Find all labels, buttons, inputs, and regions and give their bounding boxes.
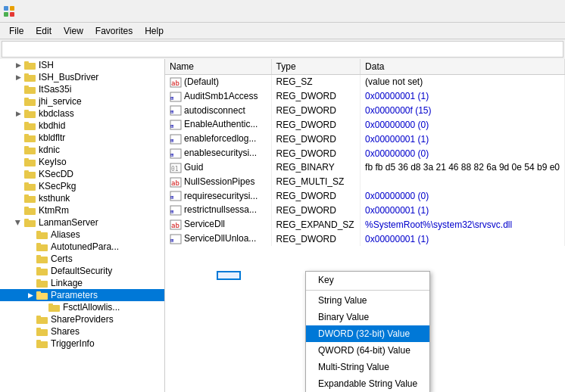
table-row[interactable]: abServiceDll REG_EXPAND_SZ %SystemRoot%\… xyxy=(165,217,565,232)
table-row[interactable]: ⊞ServiceDllUnloa... REG_DWORD 0x00000001… xyxy=(165,232,565,246)
cell-type: REG_SZ xyxy=(271,75,361,89)
tree-item-defaultsecurity[interactable]: DefaultSecurity xyxy=(0,265,164,277)
tree-item-linkage[interactable]: Linkage xyxy=(0,277,164,289)
svg-rect-9 xyxy=(24,86,29,89)
table-row[interactable]: abNullSessionPipes REG_MULTI_SZ xyxy=(165,175,565,189)
tree-item-ish[interactable]: ▶ ISH xyxy=(0,59,164,71)
col-name: Name xyxy=(165,59,271,75)
folder-icon xyxy=(24,72,36,82)
tree-item-triggerinfo[interactable]: TriggerInfo xyxy=(0,338,164,350)
tree-item-ksthunk[interactable]: ksthunk xyxy=(0,192,164,204)
maximize-button[interactable] xyxy=(492,4,526,19)
svg-rect-13 xyxy=(24,110,29,113)
tree-item-keyiso[interactable]: KeyIso xyxy=(0,156,164,168)
tree-label: TriggerInfo xyxy=(51,338,164,349)
svg-text:⊞: ⊞ xyxy=(170,194,173,201)
tree-label: KtmRm xyxy=(39,205,164,216)
tree-item-ksecdd[interactable]: KSecDD xyxy=(0,168,164,180)
folder-icon xyxy=(24,181,36,191)
cell-type: REG_DWORD xyxy=(271,232,361,246)
folder-icon xyxy=(24,157,36,167)
svg-text:⊞: ⊞ xyxy=(170,95,173,101)
svg-rect-43 xyxy=(36,291,41,294)
folder-icon xyxy=(24,120,36,131)
tree-item-ish-busdriver[interactable]: ▶ ISH_BusDriver xyxy=(0,71,164,83)
folder-icon xyxy=(24,193,36,204)
expand-arrow: ▶ xyxy=(24,291,36,299)
tree-item-certs[interactable]: Certs xyxy=(0,253,164,265)
menu-file[interactable]: File xyxy=(3,24,30,38)
expand-arrow: ▶ xyxy=(12,110,24,117)
app-icon xyxy=(3,5,15,17)
title-bar xyxy=(0,0,565,23)
submenu-multistring-value[interactable]: Multi-String Value xyxy=(306,359,429,375)
cell-name: ⊞restrictnullsessa... xyxy=(165,203,271,217)
tree-item-shareproviders[interactable]: ShareProviders xyxy=(0,313,164,325)
table-row[interactable]: ⊞restrictnullsessa... REG_DWORD 0x000000… xyxy=(165,203,565,217)
cell-type: REG_BINARY xyxy=(271,160,361,175)
cell-name: abServiceDll xyxy=(165,217,271,232)
tree-item-ktmrm[interactable]: KtmRm xyxy=(0,204,164,216)
tree-item-kbdclass[interactable]: ▶ kbdclass xyxy=(0,107,164,120)
tree-label: KSecPkg xyxy=(39,181,164,191)
svg-text:01: 01 xyxy=(171,166,179,173)
folder-icon xyxy=(36,314,48,325)
svg-rect-7 xyxy=(24,73,29,76)
cell-type: REG_DWORD xyxy=(271,132,361,146)
table-row[interactable]: 01Guid REG_BINARY fb fb d5 36 d8 3a 21 4… xyxy=(165,160,565,175)
table-row[interactable]: ⊞enablesecuritysi... REG_DWORD 0x0000000… xyxy=(165,146,565,160)
tree-item-kdnic[interactable]: kdnic xyxy=(0,144,164,156)
svg-rect-23 xyxy=(24,170,29,173)
submenu-key[interactable]: Key xyxy=(306,272,429,288)
menu-favorites[interactable]: Favorites xyxy=(89,24,139,38)
tree-item-parameters[interactable]: ▶ Parameters xyxy=(0,289,164,301)
submenu-string-value[interactable]: String Value xyxy=(306,292,429,309)
svg-text:⊞: ⊞ xyxy=(170,138,173,144)
tree-item-kbdhid[interactable]: kbdhid xyxy=(0,120,164,132)
tree-item-itsas35i[interactable]: ItSas35i xyxy=(0,83,164,95)
table-row[interactable]: ⊞EnableAuthentic... REG_DWORD 0x00000000… xyxy=(165,117,565,132)
submenu-dword-value[interactable]: DWORD (32-bit) Value xyxy=(306,325,429,342)
svg-rect-17 xyxy=(24,134,29,137)
tree-item-aliases[interactable]: Aliases xyxy=(0,229,164,241)
new-button[interactable] xyxy=(217,271,241,280)
menu-view[interactable]: View xyxy=(58,24,89,38)
table-row[interactable]: ⊞requiresecuritysi... REG_DWORD 0x000000… xyxy=(165,189,565,204)
svg-text:⊞: ⊞ xyxy=(170,109,173,115)
cell-data: 0x00000001 (1) xyxy=(361,203,565,217)
tree-item-lanmanserver[interactable]: ▶ LanmanServer xyxy=(0,216,164,229)
cell-type: REG_DWORD xyxy=(271,104,361,118)
submenu-binary-value[interactable]: Binary Value xyxy=(306,309,429,325)
table-row[interactable]: ⊞autodisconnect REG_DWORD 0x0000000f (15… xyxy=(165,104,565,118)
folder-icon xyxy=(36,266,48,276)
folder-icon xyxy=(24,108,36,119)
cell-data: 0x00000000 (0) xyxy=(361,117,565,132)
cell-name: ⊞enablesecuritysi... xyxy=(165,146,271,160)
main-content: ▶ ISH ▶ ISH_BusDriver ItSas35i jhi_servi… xyxy=(0,59,565,392)
right-panel: Name Type Data ab(Default) REG_SZ (value… xyxy=(165,59,565,392)
address-bar[interactable] xyxy=(2,41,563,58)
folder-icon xyxy=(24,205,36,216)
new-submenu: Key String Value Binary Value DWORD (32-… xyxy=(305,271,430,392)
tree-item-ksecpkg[interactable]: KSecPkg xyxy=(0,180,164,192)
tree-panel[interactable]: ▶ ISH ▶ ISH_BusDriver ItSas35i jhi_servi… xyxy=(0,59,165,392)
svg-text:⊞: ⊞ xyxy=(170,123,173,129)
tree-item-fsctl[interactable]: FsctlAllowlis... xyxy=(0,301,164,313)
tree-item-autotunedpara[interactable]: AutotunedPara... xyxy=(0,241,164,253)
close-button[interactable] xyxy=(528,4,562,19)
tree-item-shares[interactable]: Shares xyxy=(0,325,164,338)
tree-item-kbldfltr[interactable]: kbldfltr xyxy=(0,132,164,144)
svg-text:ab: ab xyxy=(171,79,179,87)
menu-help[interactable]: Help xyxy=(139,24,170,38)
tree-item-jhi[interactable]: jhi_service xyxy=(0,95,164,107)
submenu-expandable-value[interactable]: Expandable String Value xyxy=(306,375,429,392)
table-row[interactable]: ab(Default) REG_SZ (value not set) xyxy=(165,75,565,89)
minimize-button[interactable] xyxy=(457,4,491,19)
table-row[interactable]: ⊞AuditSmb1Access REG_DWORD 0x00000001 (1… xyxy=(165,89,565,104)
menu-edit[interactable]: Edit xyxy=(30,24,58,38)
cell-type: REG_DWORD xyxy=(271,117,361,132)
submenu-qword-value[interactable]: QWORD (64-bit) Value xyxy=(306,342,429,359)
svg-rect-49 xyxy=(36,328,41,331)
table-row[interactable]: ⊞enableforcedlog... REG_DWORD 0x00000001… xyxy=(165,132,565,146)
svg-text:⊞: ⊞ xyxy=(170,152,173,158)
